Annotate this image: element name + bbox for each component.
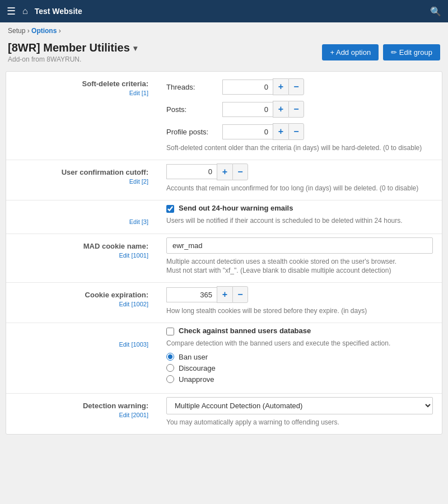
radio-row-discourage: Discourage	[166, 364, 433, 372]
banned-check-content: Check against banned users database Comp…	[157, 323, 442, 393]
cutoff-input[interactable]	[166, 164, 217, 179]
mad-cookie-edit-link[interactable]: Edit [1001]	[15, 252, 148, 259]
option-row-warning-emails: Edit [3] Send out 24-hour warning emails…	[6, 200, 442, 234]
threads-input[interactable]	[222, 80, 273, 95]
user-confirmation-content: + − Accounts that remain unconfirmed for…	[157, 160, 442, 200]
cutoff-input-group: + −	[166, 164, 433, 180]
posts-minus-button[interactable]: −	[288, 101, 304, 118]
page-header: [8WR] Member Utilities ▾ Add-on from 8WA…	[0, 39, 448, 68]
title-caret[interactable]: ▾	[133, 44, 137, 53]
option-row-detection-warning: Detection warning: Edit [2001] Multiple …	[6, 394, 442, 434]
banned-check-edit-link[interactable]: Edit [1003]	[15, 341, 148, 348]
soft-delete-label: Soft-delete criteria: Edit [1]	[6, 72, 157, 160]
top-nav: ☰ ⌂ Test Website 🔍	[0, 0, 448, 22]
option-row-mad-cookie: MAD cookie name: Edit [1001] Multiple ac…	[6, 234, 442, 283]
detection-warning-content: Multiple Account Detection (Automated) Y…	[157, 394, 442, 434]
cookie-expiration-edit-link[interactable]: Edit [1002]	[15, 301, 148, 307]
threads-plus-button[interactable]: +	[273, 78, 288, 95]
posts-row: Posts: + −	[166, 101, 433, 118]
edit-group-button[interactable]: ✏ Edit group	[383, 44, 440, 60]
detection-warning-edit-link[interactable]: Edit [2001]	[15, 412, 148, 418]
soft-delete-edit-link[interactable]: Edit [1]	[15, 90, 148, 96]
breadcrumb: Setup › Options ›	[0, 22, 448, 39]
expiration-plus-button[interactable]: +	[217, 286, 232, 303]
mad-cookie-label: MAD cookie name: Edit [1001]	[6, 234, 157, 283]
threads-input-group: + −	[222, 78, 304, 95]
threads-row: Threads: + −	[166, 78, 433, 95]
breadcrumb-sep1: ›	[27, 27, 31, 35]
options-container: Soft-delete criteria: Edit [1] Threads: …	[6, 71, 442, 435]
posts-input[interactable]	[222, 102, 273, 117]
posts-label: Posts:	[166, 105, 222, 114]
banned-check-help: Compare detection with the banned users …	[166, 339, 433, 348]
cookie-expiration-content: + − How long stealth cookies will be sto…	[157, 283, 442, 323]
warning-emails-checkbox[interactable]	[166, 205, 174, 213]
breadcrumb-options[interactable]: Options	[31, 27, 57, 35]
option-row-soft-delete: Soft-delete criteria: Edit [1] Threads: …	[6, 72, 442, 160]
radio-row-ban: Ban user	[166, 353, 433, 361]
radio-unapprove[interactable]	[166, 375, 174, 383]
threads-minus-button[interactable]: −	[288, 78, 304, 95]
profile-posts-input-group: + −	[222, 123, 304, 140]
hamburger-icon[interactable]: ☰	[7, 5, 16, 17]
header-buttons: + Add option ✏ Edit group	[322, 44, 440, 60]
user-confirmation-label: User confirmation cutoff: Edit [2]	[6, 160, 157, 200]
profile-posts-row: Profile posts: + −	[166, 123, 433, 140]
search-icon[interactable]: 🔍	[430, 6, 441, 17]
soft-delete-content: Threads: + − Posts: + − Profile posts:	[157, 72, 442, 160]
radio-row-unapprove: Unapprove	[166, 375, 433, 384]
posts-input-group: + −	[222, 101, 304, 118]
expiration-minus-button[interactable]: −	[232, 286, 248, 303]
banned-check-label: Edit [1003]	[6, 323, 157, 393]
breadcrumb-setup[interactable]: Setup	[8, 27, 25, 35]
banned-check-checkbox-row: Check against banned users database	[166, 326, 433, 335]
warning-emails-label: Edit [3]	[6, 200, 157, 234]
mad-cookie-content: Multiple account detection uses a stealt…	[157, 234, 442, 283]
cutoff-plus-button[interactable]: +	[217, 164, 232, 180]
page-subtitle: Add-on from 8WAYRUN.	[8, 55, 137, 63]
user-confirmation-help: Accounts that remain unconfirmed for too…	[166, 184, 433, 193]
option-row-user-confirmation: User confirmation cutoff: Edit [2] + − A…	[6, 160, 442, 200]
profile-posts-label: Profile posts:	[166, 128, 222, 136]
radio-unapprove-label[interactable]: Unapprove	[179, 375, 214, 384]
soft-delete-help: Soft-deleted content older than the crit…	[166, 143, 433, 153]
expiration-input-group: + −	[166, 286, 433, 303]
profile-posts-minus-button[interactable]: −	[288, 123, 304, 140]
warning-emails-help: Users will be notified if their account …	[166, 216, 433, 226]
radio-ban-user[interactable]	[166, 353, 174, 361]
profile-posts-input[interactable]	[222, 124, 273, 139]
page-title-text: [8WR] Member Utilities	[8, 41, 130, 54]
warning-emails-checkbox-row: Send out 24-hour warning emails	[166, 204, 433, 213]
mad-cookie-help: Multiple account detection uses a stealt…	[166, 257, 433, 276]
cookie-expiration-label: Cookie expiration: Edit [1002]	[6, 283, 157, 323]
banned-check-checkbox-label[interactable]: Check against banned users database	[179, 326, 311, 335]
option-row-banned-check: Edit [1003] Check against banned users d…	[6, 323, 442, 394]
site-title: Test Website	[35, 7, 423, 16]
warning-emails-content: Send out 24-hour warning emails Users wi…	[157, 200, 442, 234]
profile-posts-plus-button[interactable]: +	[273, 123, 288, 140]
posts-plus-button[interactable]: +	[273, 101, 288, 118]
add-option-button[interactable]: + Add option	[322, 44, 379, 60]
detection-warning-label: Detection warning: Edit [2001]	[6, 394, 157, 434]
expiration-input[interactable]	[166, 287, 217, 302]
banned-check-checkbox[interactable]	[166, 328, 174, 335]
warning-emails-checkbox-label[interactable]: Send out 24-hour warning emails	[179, 204, 293, 212]
radio-discourage-label[interactable]: Discourage	[179, 364, 216, 372]
cookie-expiration-help: How long stealth cookies will be stored …	[166, 306, 433, 316]
home-icon[interactable]: ⌂	[22, 6, 28, 16]
banned-action-radio-group: Ban user Discourage Unapprove	[166, 353, 433, 384]
detection-warning-select[interactable]: Multiple Account Detection (Automated)	[166, 397, 433, 414]
threads-label: Threads:	[166, 83, 222, 91]
radio-discourage[interactable]	[166, 364, 174, 372]
warning-emails-edit-link[interactable]: Edit [3]	[15, 218, 148, 225]
mad-cookie-input[interactable]	[166, 237, 433, 254]
detection-warning-help: You may automatically apply a warning to…	[166, 418, 433, 427]
user-confirmation-edit-link[interactable]: Edit [2]	[15, 178, 148, 185]
cutoff-minus-button[interactable]: −	[232, 164, 248, 180]
title-block: [8WR] Member Utilities ▾ Add-on from 8WA…	[8, 41, 137, 63]
page-title: [8WR] Member Utilities ▾	[8, 41, 137, 54]
radio-ban-user-label[interactable]: Ban user	[179, 353, 208, 361]
breadcrumb-sep2: ›	[59, 27, 61, 35]
option-row-cookie-expiration: Cookie expiration: Edit [1002] + − How l…	[6, 283, 442, 323]
